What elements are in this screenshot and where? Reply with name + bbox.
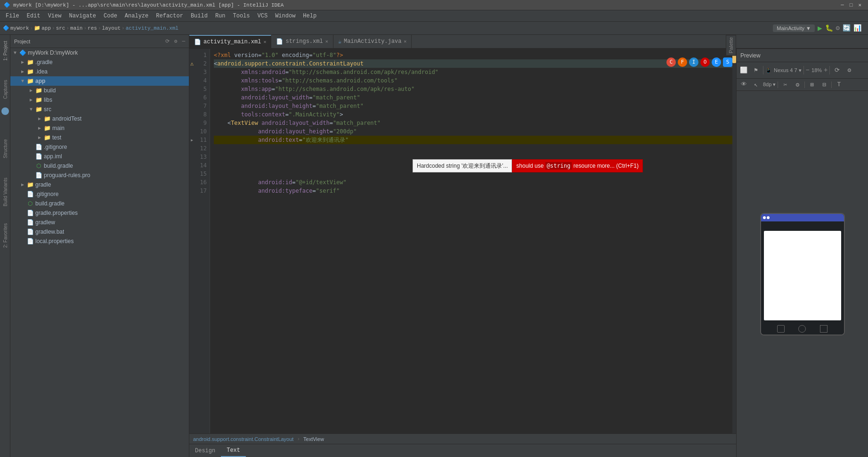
file-gitignore-root-icon: 📄 — [26, 190, 34, 198]
preview-zoom-minus[interactable]: − — [806, 66, 810, 74]
menu-edit[interactable]: Edit — [23, 12, 44, 20]
tab-design[interactable]: Design — [189, 445, 221, 457]
breadcrumb-file[interactable]: activity_main.xml — [126, 25, 178, 31]
preview-btn-blueprint[interactable]: ⚑ — [751, 65, 761, 75]
debug-button[interactable]: 🐛 — [825, 24, 833, 32]
sidebar-structure[interactable]: Structure — [0, 135, 10, 163]
project-panel: Project ⟳ ⚙ ─ ▼ 🔷 myWork D:\myWork ▶ 📁 .… — [10, 35, 189, 457]
tree-item-main[interactable]: ▶ 📁 main — [10, 123, 189, 133]
menu-view[interactable]: View — [44, 12, 65, 20]
tree-item-gitignore-app[interactable]: ▶ 📄 .gitignore — [10, 142, 189, 152]
tree-item-buildgradle-app[interactable]: ▶ ⬡ build.gradle — [10, 161, 189, 171]
tree-item-proguard[interactable]: ▶ 📄 proguard-rules.pro — [10, 171, 189, 180]
tree-item-libs[interactable]: ▶ 📁 libs — [10, 95, 189, 105]
preview-btn-design[interactable]: ⬜ — [738, 65, 749, 75]
tab-activity-main-close[interactable]: ✕ — [263, 39, 266, 45]
project-header-title: Project — [14, 39, 30, 44]
tree-item-gradleprops[interactable]: ▶ 📄 gradle.properties — [10, 208, 189, 218]
menu-file[interactable]: File — [2, 12, 23, 20]
toolbar2-divider3 — [831, 82, 832, 88]
preview-btn-settings2[interactable]: ⚙ — [792, 80, 803, 90]
tree-item-gradle-folder[interactable]: ▶ 📁 gradle — [10, 180, 189, 189]
tree-item-idea[interactable]: ▶ 📁 .idea — [10, 67, 189, 76]
preview-btn-guide[interactable]: ⊟ — [819, 80, 829, 90]
proguard-label: proguard-rules.pro — [44, 172, 90, 179]
menu-window[interactable]: Window — [271, 12, 299, 20]
tree-item-gitignore-root[interactable]: ▶ 📄 .gitignore — [10, 189, 189, 199]
sidebar-favorites[interactable]: 2: Favorites — [0, 221, 10, 250]
tree-item-src[interactable]: ▼ 📁 src — [10, 105, 189, 114]
breadcrumb-app[interactable]: app — [41, 25, 51, 31]
update-button[interactable]: 🔄 — [843, 24, 851, 32]
tree-item-app[interactable]: ▼ 📁 app — [10, 76, 189, 86]
preview-btn-refresh[interactable]: ⟳ — [832, 65, 842, 75]
tooltip-popup[interactable]: Hardcoded string '欢迎来到通讯录'... should use… — [413, 159, 643, 172]
tree-item-mywork[interactable]: ▼ 🔷 myWork D:\myWork — [10, 48, 189, 57]
preview-zoom-plus[interactable]: + — [824, 66, 827, 74]
menu-help[interactable]: Help — [299, 12, 320, 20]
breadcrumb-mywork[interactable]: myWork — [10, 25, 29, 31]
tab-mainactivity-close[interactable]: ✕ — [404, 39, 406, 44]
tooltip-right-text[interactable]: should use @string resource more... (Ctr… — [512, 159, 643, 172]
run-config-select[interactable]: MainActivity ▼ — [773, 24, 815, 32]
run-button[interactable]: ▶ — [818, 24, 822, 33]
menu-analyze[interactable]: Analyze — [121, 12, 152, 20]
tree-item-androidtest[interactable]: ▶ 📁 androidTest — [10, 114, 189, 123]
menu-vcs[interactable]: VCS — [254, 12, 272, 20]
preview-btn-settings[interactable]: ⚙ — [844, 65, 854, 75]
preview-device-name[interactable]: Nexus 4 7 ▾ — [774, 67, 802, 73]
tree-item-localprops[interactable]: ▶ 📄 local.properties — [10, 237, 189, 246]
tab-text[interactable]: Text — [221, 445, 246, 457]
tree-item-buildgradle-root[interactable]: ▶ ⬡ build.gradle — [10, 199, 189, 208]
phone-screen — [764, 231, 841, 320]
menu-navigate[interactable]: Navigate — [65, 12, 100, 20]
tree-item-build[interactable]: ▶ 📁 build — [10, 86, 189, 95]
arrow-mywork: ▼ — [11, 49, 19, 57]
preview-btn-eye[interactable]: 👁 — [738, 80, 749, 90]
code-editor[interactable]: 1 2 ⚠ 3 4 5 6 7 8 9 10 11 — [189, 49, 736, 457]
window-close[interactable]: ✕ — [858, 2, 861, 8]
tab-strings-close[interactable]: ✕ — [325, 39, 328, 44]
project-settings-icon[interactable]: ⚙ — [174, 38, 178, 44]
breadcrumb-folder-icon1: 📁 — [34, 25, 41, 31]
preview-btn-cursor[interactable]: ↖ — [751, 80, 761, 90]
preview-content — [737, 91, 868, 457]
breadcrumb-src[interactable]: src — [56, 25, 65, 31]
profile-button[interactable]: 📊 — [853, 24, 861, 32]
gradle-folder-label: gradle — [35, 181, 51, 188]
tree-item-gradle-hidden[interactable]: ▶ 📁 .gradle — [10, 57, 189, 67]
breadcrumb-res[interactable]: res — [88, 25, 97, 31]
palette-tab[interactable]: Palette — [726, 49, 736, 56]
preview-btn-scissors[interactable]: ✂ — [780, 80, 790, 90]
tab-activity-main[interactable]: 📄 activity_main.xml ✕ — [189, 35, 271, 48]
breadcrumb-layout[interactable]: layout — [102, 25, 121, 31]
window-maximize[interactable]: □ — [850, 2, 853, 8]
tree-item-appiml[interactable]: ▶ 📄 app.iml — [10, 152, 189, 161]
tree-item-gradlewbat[interactable]: ▶ 📄 gradlew.bat — [10, 227, 189, 237]
tab-mainactivity[interactable]: ☕ MainActivity.java ✕ — [333, 35, 412, 48]
menu-tools[interactable]: Tools — [229, 12, 254, 20]
window-minimize[interactable]: ─ — [841, 2, 844, 8]
tree-item-test[interactable]: ▶ 📁 test — [10, 133, 189, 142]
code-content[interactable]: <?xml version="1.0" encoding="utf-8"?> <… — [210, 49, 736, 433]
bc-textview[interactable]: TextView — [303, 436, 324, 442]
code-line-4: xmlns:tools="http://schemas.android.com/… — [214, 76, 732, 85]
tab-strings[interactable]: 📄 strings.xml ✕ — [271, 35, 333, 48]
menu-refactor[interactable]: Refactor — [152, 12, 187, 20]
breadcrumb-main[interactable]: main — [70, 25, 82, 31]
preview-btn-text[interactable]: T — [834, 80, 844, 90]
preview-btn-align[interactable]: ⊞ — [807, 80, 817, 90]
bc-constraint-layout[interactable]: android.support.constraint.ConstraintLay… — [193, 436, 293, 442]
settings-button[interactable]: ⚙ — [836, 24, 840, 32]
tree-item-gradlew[interactable]: ▶ 📄 gradlew — [10, 218, 189, 227]
menu-code[interactable]: Code — [100, 12, 121, 20]
menu-build[interactable]: Build — [187, 12, 211, 20]
project-sync-icon[interactable]: ⟳ — [165, 38, 170, 44]
sidebar-captures[interactable]: Captures — [0, 75, 10, 104]
project-minimize-icon[interactable]: ─ — [182, 39, 185, 44]
code-line-11: <TextView android:layout_width="match_pa… — [214, 119, 732, 127]
buildgradle-app-label: build.gradle — [44, 163, 73, 169]
sidebar-project[interactable]: 1: Project — [0, 37, 10, 65]
menu-run[interactable]: Run — [211, 12, 229, 20]
sidebar-build-variants[interactable]: Build Variants — [0, 173, 10, 211]
